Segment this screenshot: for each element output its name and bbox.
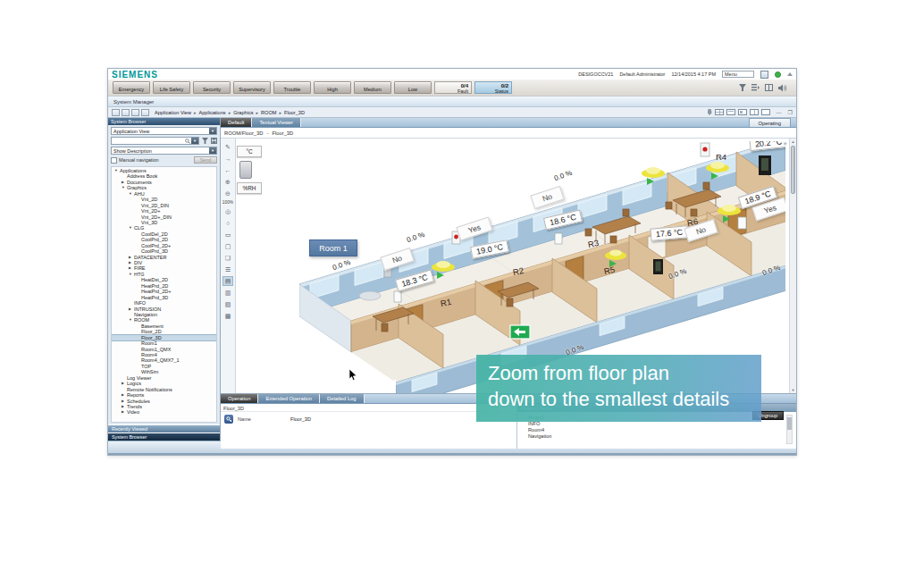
breadcrumb-item-graphics[interactable]: Graphics: [233, 110, 253, 115]
alarm-button-label: Emergency: [119, 87, 144, 93]
speaker-icon[interactable]: [778, 84, 787, 92]
manual-navigation-checkbox[interactable]: [111, 157, 117, 164]
tab-textual-viewer[interactable]: Textual Viewer: [252, 118, 301, 127]
scroll-down-icon[interactable]: ▼: [790, 388, 796, 392]
tree-item-label: Video: [127, 409, 139, 415]
alarm-button-security[interactable]: Security: [193, 81, 231, 94]
related-item-navigation[interactable]: Navigation: [528, 433, 796, 440]
filter-icon[interactable]: [739, 84, 746, 91]
filter-icon[interactable]: [201, 138, 208, 145]
scrollbar-thumb[interactable]: [791, 146, 795, 194]
description-mode-select[interactable]: Show Description ▼: [111, 147, 217, 155]
breadcrumb-item-application-view[interactable]: Application View: [155, 110, 191, 115]
search-icon[interactable]: [184, 138, 191, 145]
tree-item-video[interactable]: ▶Video: [112, 409, 216, 415]
layout-split-icon[interactable]: [738, 109, 747, 115]
room-tag[interactable]: R4: [716, 152, 726, 162]
send-button[interactable]: Send: [194, 156, 217, 164]
view-mode-select[interactable]: Application View ▼: [111, 127, 217, 135]
pane-alt-icon[interactable]: ▥: [222, 288, 233, 298]
chevron-down-icon[interactable]: ▼: [209, 128, 216, 134]
alarm-button-low[interactable]: Low: [394, 81, 432, 94]
breadcrumb-item-room[interactable]: ROOM: [261, 110, 276, 115]
search-field[interactable]: ▼: [111, 137, 199, 145]
tab-detailed-log[interactable]: Detailed Log: [320, 394, 365, 403]
exit-sign[interactable]: [510, 325, 530, 339]
alarm-button-supervisory[interactable]: Supervisory: [233, 81, 271, 94]
graphic-name: Floor_3D: [272, 130, 293, 136]
pane-icon[interactable]: ▤: [222, 276, 233, 286]
vertical-scrollbar[interactable]: ▲ ▼: [789, 139, 796, 393]
nav-back-icon[interactable]: [112, 109, 120, 116]
fault-button[interactable]: 0/4 Fault: [434, 81, 472, 94]
page-icon[interactable]: ▧: [222, 299, 233, 309]
alarm-button-emergency[interactable]: Emergency: [113, 81, 150, 94]
alarm-button-label: Trouble: [284, 87, 301, 93]
panel-tab-system-browser[interactable]: System Browser: [108, 433, 220, 441]
search-input[interactable]: [112, 138, 184, 144]
connection-status-icon: [775, 71, 781, 78]
pin-icon[interactable]: [708, 109, 712, 115]
room-sensor[interactable]: [394, 291, 401, 302]
edit-icon[interactable]: ✎: [222, 142, 233, 152]
room-sensor[interactable]: [738, 217, 746, 229]
layout-columns-icon[interactable]: [750, 109, 759, 115]
alarm-device[interactable]: [701, 143, 709, 156]
nav-forward-icon[interactable]: [122, 109, 130, 116]
list-icon[interactable]: ☰: [222, 265, 233, 274]
minimize-icon[interactable]: —: [776, 110, 782, 115]
wall-display[interactable]: [759, 155, 771, 175]
alarm-button-medium[interactable]: Medium: [354, 81, 391, 94]
related-item-info[interactable]: INFO: [528, 421, 796, 427]
room-name-badge[interactable]: Room 1: [309, 239, 357, 256]
event-list-icon[interactable]: [751, 84, 760, 91]
tab-extended-operation[interactable]: Extended Operation: [258, 394, 320, 403]
collapse-icon[interactable]: [787, 72, 793, 76]
nav-home-icon[interactable]: [141, 109, 149, 116]
back-icon[interactable]: ←: [222, 165, 233, 175]
zoom-window-icon[interactable]: ▢: [222, 241, 233, 251]
restore-icon[interactable]: ❐: [788, 109, 793, 115]
forward-icon[interactable]: →: [222, 154, 233, 164]
graphics-toolbar: ✎→←⊕⊖100%◎○▭▢❏☰▤▥▧▩: [221, 139, 236, 393]
nav-up-icon[interactable]: [131, 109, 139, 116]
menu-dropdown[interactable]: Menu: [722, 71, 754, 78]
zoom-out-icon[interactable]: ⊖: [222, 189, 233, 198]
scroll-up-icon[interactable]: ▲: [790, 139, 796, 144]
panel-tab-recently-viewed[interactable]: Recently Viewed: [108, 424, 220, 433]
alarm-button-high[interactable]: High: [314, 81, 351, 94]
alarm-button-life-safety[interactable]: Life Safety: [153, 81, 190, 94]
window-mode-icon[interactable]: [760, 71, 768, 79]
tab-default[interactable]: Default: [221, 118, 252, 127]
tab-operating[interactable]: Operating: [749, 118, 791, 127]
layers-icon[interactable]: ❏: [222, 253, 233, 263]
graphic-path: ROOM/Floor_3D: [224, 130, 264, 136]
marketing-overlay: Zoom from floor plan down to the smalles…: [476, 355, 761, 422]
breadcrumb: Application View▸Applications▸Graphics▸R…: [155, 110, 305, 115]
save-icon[interactable]: [210, 138, 217, 145]
wall-display[interactable]: [653, 259, 663, 274]
related-scrollbar[interactable]: [786, 415, 793, 444]
property-row[interactable]: Name Floor_3D: [221, 412, 516, 424]
select-rect-icon[interactable]: ▭: [222, 230, 233, 239]
print-icon[interactable]: ▩: [222, 311, 233, 321]
layout-blank-icon[interactable]: [761, 109, 770, 115]
pane-layout-icon[interactable]: [765, 84, 773, 91]
layout-single-icon[interactable]: [726, 109, 735, 115]
magnifier-icon[interactable]: ○: [222, 218, 233, 228]
alarm-button-trouble[interactable]: Trouble: [273, 81, 311, 94]
layout-quad-icon[interactable]: [715, 109, 724, 115]
zoom-in-icon[interactable]: ⊕: [222, 177, 233, 187]
search-dropdown-icon[interactable]: ▼: [191, 138, 198, 144]
chevron-down-icon[interactable]: ▼: [209, 147, 216, 154]
status-button[interactable]: 0/2 Status: [474, 81, 512, 94]
brightness-icon[interactable]: ✳: [783, 140, 787, 147]
tab-operation[interactable]: Operation: [221, 394, 258, 403]
room-sensor[interactable]: [555, 233, 562, 244]
center-view-icon[interactable]: ◎: [222, 206, 233, 216]
alarm-button-label: Life Safety: [160, 87, 183, 93]
breadcrumb-item-applications[interactable]: Applications: [198, 110, 225, 115]
breadcrumb-item-floor-3d[interactable]: Floor_3D: [284, 110, 305, 115]
ceiling-lamp-off[interactable]: [359, 291, 381, 300]
related-item-room4[interactable]: Room4: [528, 427, 796, 433]
